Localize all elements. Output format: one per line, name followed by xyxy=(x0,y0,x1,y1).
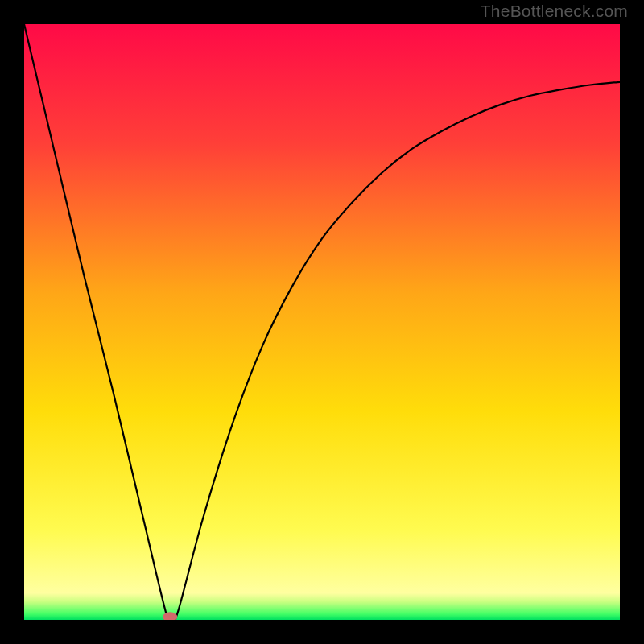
chart-svg xyxy=(24,24,620,620)
gradient-background xyxy=(24,24,620,620)
chart-frame: TheBottleneck.com xyxy=(0,0,644,644)
watermark-text: TheBottleneck.com xyxy=(481,2,628,21)
plot-area xyxy=(24,24,620,620)
